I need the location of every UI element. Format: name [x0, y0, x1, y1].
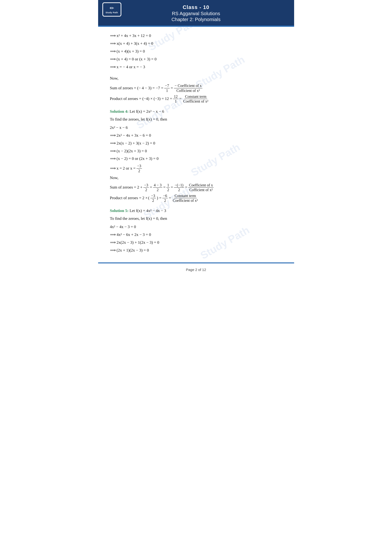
solution5-section: Solution 5: Let f(x) = 4x² − 4x − 3 To f…	[110, 208, 282, 254]
eq-1-text: ⟹ x² + 4x + 3x + 12 = 0	[110, 33, 151, 38]
eq-4: ⟹ (x + 4) = 0 or (x + 3) = 0	[110, 56, 282, 63]
frac-const2-num: Constant term	[174, 194, 197, 198]
page: Study Path Study Path Study Path Study P…	[98, 0, 294, 277]
frac-const-over-x2-2: Constant term Coefficient of x²	[172, 194, 199, 203]
sol4-eq-3: ⟹ (x − 2)(2x + 3) = 0	[110, 148, 282, 155]
frac-coeff-x2-den: Cofficient of x²	[189, 187, 213, 192]
sum-zeroes-1-text: Sum of zeroes = (− 4 − 3) = −7 =	[110, 85, 163, 92]
frac-coeff-x-den: Cofficient of x²	[176, 88, 201, 93]
frac-neg7-den: 1	[165, 88, 169, 93]
header-chapter: Chapter 2: Polynomials	[100, 17, 292, 22]
eq-3-text: ⟹ (x + 4)(x + 3) = 0	[110, 49, 145, 54]
top-equations: ⟹ x² + 4x + 3x + 12 = 0 ⟹ x(x + 4) + 3(x…	[110, 32, 282, 70]
sol5-eq-0: 4x² − 4x − 3 = 0	[110, 224, 282, 230]
solution4-heading-line: Solution 4: Let f(x) = 2x² − x − 6	[110, 108, 282, 115]
frac-neg3-over-2-prod: −3 2	[150, 194, 156, 203]
sol5-eq-3: ⟹ (2x + 1)(2x − 3) = 0	[110, 247, 282, 254]
sum-zeroes-2-eq3: =	[171, 184, 173, 191]
logo-text: Study Path	[105, 11, 118, 14]
frac-1-num: 1	[166, 183, 170, 187]
frac-12-num: 12	[173, 94, 178, 99]
solution4-find-zeroes: To find the zeroes, let f(x) = 0, then	[110, 116, 282, 123]
eq-4-text: ⟹ (x + 4) = 0 or (x + 3) = 0	[110, 57, 157, 61]
sol4-eq-0: 2x² − x − 6	[110, 124, 282, 131]
solution5-heading: Solution 5:	[110, 208, 129, 213]
frac-coeff-x-over-x2-2: Coefficient of x Cofficient of x²	[188, 183, 214, 192]
sum-zeroes-2-row: Sum of zeroes = 2 + −3 2 = 4 − 3 2 = 1 2…	[110, 183, 282, 192]
sum-zeroes-2-eq2: =	[163, 184, 166, 191]
frac-const-num: Constant term	[184, 94, 207, 99]
frac-neg1-den: 2	[177, 187, 181, 192]
sol4-x-values-row: ⟹ x = 2 or x = −3 2	[110, 164, 282, 173]
eq-5: ⟹ x = − 4 or x = − 3	[110, 64, 282, 71]
header-class: Class - 10	[100, 4, 292, 10]
sum-zeroes-2-eq4: =	[185, 184, 188, 191]
frac-4m3-den: 2	[156, 187, 159, 192]
frac-neg3-prod-num: −3	[150, 194, 156, 198]
solution4-intro: Let f(x) = 2x² − x − 6	[130, 109, 164, 114]
eq-5-text: ⟹ x = − 4 or x = − 3	[110, 65, 145, 69]
frac-coeff-x-over-x2: − Coefficient of x Cofficient of x²	[174, 83, 203, 93]
frac-12-den: 1	[174, 99, 177, 104]
frac-neg3-over-2-x: −3 2	[137, 164, 142, 173]
frac-neg1-num: −(−1)	[174, 183, 184, 187]
product-zeroes-1-row: Product of zeroes = (−4) × (−3) = 12 = 1…	[110, 94, 282, 104]
frac-coeff-x-num: − Coefficient of x	[174, 83, 203, 88]
solution5-find-zeroes: To find the zeroes, let f(x) = 0, then	[110, 215, 282, 222]
solution4-section: Solution 4: Let f(x) = 2x² − x − 6 To fi…	[110, 108, 282, 203]
frac-neg3-over-2-sum: −3 2	[143, 183, 149, 192]
frac-neg7-over-1: −7 1	[164, 83, 170, 93]
sol4-eq-4: ⟹ (x − 2) = 0 or (2x + 3) = 0	[110, 155, 282, 162]
sol5-eq-2: ⟹ 2x(2x − 3) + 1(2x − 3) = 0	[110, 239, 282, 246]
frac-4m3-over-2: 4 − 3 2	[153, 183, 162, 192]
solution5-intro: Let f(x) = 4x² − 4x − 3	[130, 208, 166, 213]
frac-neg6-over-2: −6 2	[162, 194, 168, 203]
sum-zeroes-2-eq1: =	[150, 184, 152, 191]
frac-12-over-1: 12 1	[173, 94, 178, 104]
product-zeroes-2-row: Product of zeroes = 2 × ( −3 2 ) = −6 2 …	[110, 194, 282, 203]
now2: Now,	[110, 174, 282, 181]
solution4-heading: Solution 4:	[110, 109, 129, 114]
frac-neg3-sum-num: −3	[143, 183, 149, 187]
sol4-eq-2: ⟹ 2x(x − 2) + 3(x − 2) = 0	[110, 140, 282, 147]
frac-1-over-2: 1 2	[166, 183, 170, 192]
frac-neg3-x-num: −3	[137, 164, 142, 168]
frac-neg3-sum-den: 2	[145, 187, 148, 192]
frac-coeff-x2-num: Coefficient of x	[188, 183, 214, 187]
solution5-heading-line: Solution 5: Let f(x) = 4x² − 4x − 3	[110, 208, 282, 214]
header: ✏ Study Path Class - 10 RS Aggarwal Solu…	[98, 0, 294, 26]
eq-3: ⟹ (x + 4)(x + 3) = 0	[110, 48, 282, 55]
product-zeroes-2-paren: (	[148, 195, 150, 201]
sum-zeroes-1-eq: =	[171, 85, 173, 92]
frac-neg1-over-2: −(−1) 2	[174, 183, 184, 192]
frac-neg6-num: −6	[162, 194, 168, 198]
sum-zeroes-2-text: Sum of zeroes = 2 +	[110, 184, 143, 191]
header-book: RS Aggarwal Solutions	[100, 11, 292, 16]
product-zeroes-2-paren-close: ) =	[157, 195, 162, 201]
solution4-equations: 2x² − x − 6 ⟹ 2x² − 4x + 3x − 6 = 0 ⟹ 2x…	[110, 124, 282, 162]
frac-neg3-prod-den: 2	[151, 198, 155, 203]
sum-zeroes-1-row: Sum of zeroes = (− 4 − 3) = −7 = −7 1 = …	[110, 83, 282, 93]
eq-2-text: ⟹ x(x + 4) + 3(x + 4) = 0	[110, 41, 153, 46]
product-zeroes-2-eq2: =	[169, 195, 171, 201]
frac-1-den: 2	[166, 187, 170, 192]
product-zeroes-1-text: Product of zeroes = (−4) × (−3) = 12 =	[110, 96, 172, 102]
frac-neg6-den: 2	[163, 198, 167, 203]
content: ⟹ x² + 4x + 3x + 12 = 0 ⟹ x(x + 4) + 3(x…	[98, 27, 294, 263]
footer: Page 2 of 12	[98, 265, 294, 276]
solution5-equations: 4x² − 4x − 3 = 0 ⟹ 4x² − 6x + 2x − 3 = 0…	[110, 224, 282, 254]
logo-icon: ✏	[110, 5, 114, 11]
sol4-eq-1: ⟹ 2x² − 4x + 3x − 6 = 0	[110, 132, 282, 139]
eq-1: ⟹ x² + 4x + 3x + 12 = 0	[110, 32, 282, 39]
product-zeroes-1-eq: =	[179, 96, 182, 102]
frac-const-den: Coefficient of x²	[182, 99, 209, 104]
frac-const-over-x2: Constant term Coefficient of x²	[182, 94, 209, 104]
sol5-eq-1: ⟹ 4x² − 6x + 2x − 3 = 0	[110, 231, 282, 238]
product-zeroes-2-text: Product of zeroes = 2 ×	[110, 195, 148, 201]
footer-text: Page 2 of 12	[186, 268, 206, 272]
frac-const2-den: Coefficient of x²	[172, 198, 199, 203]
logo: ✏ Study Path	[102, 2, 121, 17]
frac-4m3-num: 4 − 3	[153, 183, 162, 187]
sol4-x-text: ⟹ x = 2 or x =	[110, 165, 136, 172]
frac-neg7-num: −7	[164, 83, 170, 88]
